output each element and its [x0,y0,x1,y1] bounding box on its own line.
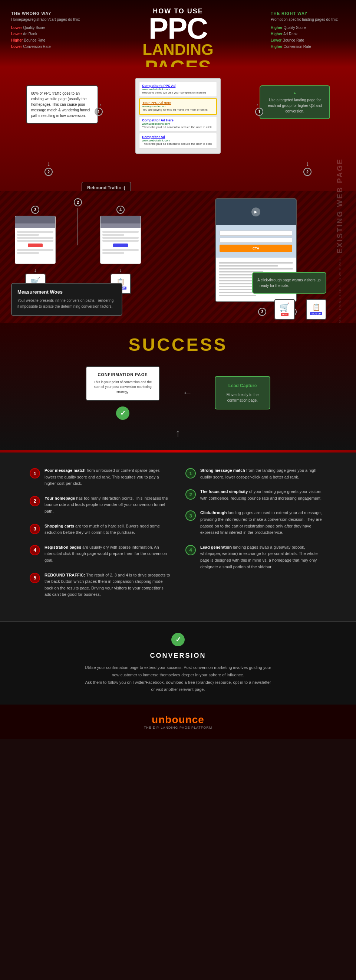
flow-number-2: 2 [63,198,93,245]
check-mark: ✓ [116,406,130,420]
footer-section: unbounce THE DIY LANDING PAGE PLATFORM [0,705,356,739]
success-title: SUCCESS [15,334,341,355]
wrong-way-items: Lower Quality Score Lower Ad Rank Higher… [11,24,85,50]
wrong-way-block: THE WRONG WAY Homepage/registration/cart… [11,11,85,50]
info-item-1-right: 1 Strong message match from the landing … [185,467,326,480]
right-callout: ▲ Use a targeted landing page for each a… [259,85,330,119]
info-item-3-left: 3 Shopping carts are too much of a hard … [30,523,171,536]
info-item-3-right: 3 Click-through landing pages are used t… [185,510,326,536]
lead-capture-box: Lead Capture Move directly to the confir… [215,376,271,409]
cart-icon-right: 🛒 BUY [274,299,295,320]
bottom-arrow: ↑ [15,427,341,439]
right-side-icons: 🛒 BUY 📋 SIGN UP [274,299,326,320]
info-item-2-right: 2 The focus and simplicity of your landi… [185,488,326,501]
competitor-ad-1: Competitor Ad Here www.websitelink.com T… [139,116,217,131]
conversion-title: CONVERSION [30,652,326,660]
number-1-right: 1 [255,108,263,116]
competitor-ppc-ad: Competitor's PPC Ad www.websitelink.com … [139,82,217,97]
measurement-woes: Measurement Woes Your website presents i… [11,283,122,316]
info-left-column: 1 Poor message match from unfocused or c… [30,467,171,606]
info-section: 1 Poor message match from unfocused or c… [0,452,356,621]
right-way-block: THE RIGHT WAY Promotion specific landing… [271,11,345,50]
footer-tagline: THE DIY LANDING PAGE PLATFORM [144,726,212,729]
conversion-text: Utilize your confirmation page to extend… [30,664,326,694]
left-callout: 80% of PPC traffic goes to an existing w… [26,85,98,124]
confirmation-container: CONFIRMATION PAGE This is your point of … [85,366,160,420]
right-way-items: Higher Quality Score Higher Ad Rank Lowe… [271,24,345,50]
existing-web-section: EXISTING WEB PAGE POOR LANDING PAGE | US… [0,191,356,323]
existing-web-label: EXISTING WEB PAGE [335,158,344,253]
info-item-4-left: 4 Registration pages are usually dry wit… [30,544,171,564]
click-through-callout: A click-through page warms visitors up -… [252,272,326,294]
mockup-4: 4 ↓ 📋 SIGN UP [100,206,141,294]
success-arrow: ← [182,387,193,399]
confirmation-box: CONFIRMATION PAGE This is your point of … [85,366,160,401]
footer-logo-container: unbounce THE DIY LANDING PAGE PLATFORM [144,714,212,729]
conversion-section: ✓ CONVERSION Utilize your confirmation p… [0,621,356,705]
info-item-4-right: 4 Lead generation landing pages swap a g… [185,544,326,570]
search-results: Competitor's PPC Ad www.websitelink.com … [135,78,221,154]
flow-section: 80% of PPC traffic goes to an existing w… [0,67,356,191]
right-flow-down: ↓ 2 [303,159,312,176]
website-mockup-1 [15,216,55,264]
success-section: SUCCESS CONFIRMATION PAGE This is your p… [0,323,356,451]
info-item-1-left: 1 Poor message match from unfocused or c… [30,467,171,487]
wrong-way-title: THE WRONG WAY [11,11,85,16]
left-flow-down: ↓ 2 [44,159,53,176]
competitor-ad-2: Competitor Ad www.websitelink.com This i… [139,133,217,148]
right-way-subtitle: Promotion specific landing pages do this… [271,18,345,22]
info-item-2-left: 2 Your homepage has too many interaction… [30,495,171,515]
info-right-column: 1 Strong message match from the landing … [185,467,326,606]
success-flow: CONFIRMATION PAGE This is your point of … [15,366,341,420]
play-icon: ▶ [252,207,260,216]
info-columns: 1 Poor message match from unfocused or c… [15,467,341,606]
your-ppc-ad: Your PPC Ad Here www.yoursite.com You ar… [139,99,217,115]
info-item-5-left: 5 REBOUND TRAFFIC: The result of 2, 3 an… [30,572,171,598]
conversion-check: ✓ [30,633,326,646]
existing-page-label-container: EXISTING WEB PAGE POOR LANDING PAGE | US… [335,191,350,323]
number-1-left: 1 [95,108,103,116]
website-mockup-2 [100,216,141,264]
right-way-title: THE RIGHT WAY [271,11,345,16]
ppc-text: PPC [122,15,234,42]
unbounce-logo: unbounce [144,714,212,726]
cta-button: CTA [220,245,292,252]
wrong-way-subtitle: Homepage/registration/cart pages do this… [11,18,85,22]
mockup-3: 3 ↓ 🛒 BUY [15,206,55,294]
signup-icon-right: 📋 SIGN UP [306,299,326,320]
landing-text: LANDING [122,42,234,57]
